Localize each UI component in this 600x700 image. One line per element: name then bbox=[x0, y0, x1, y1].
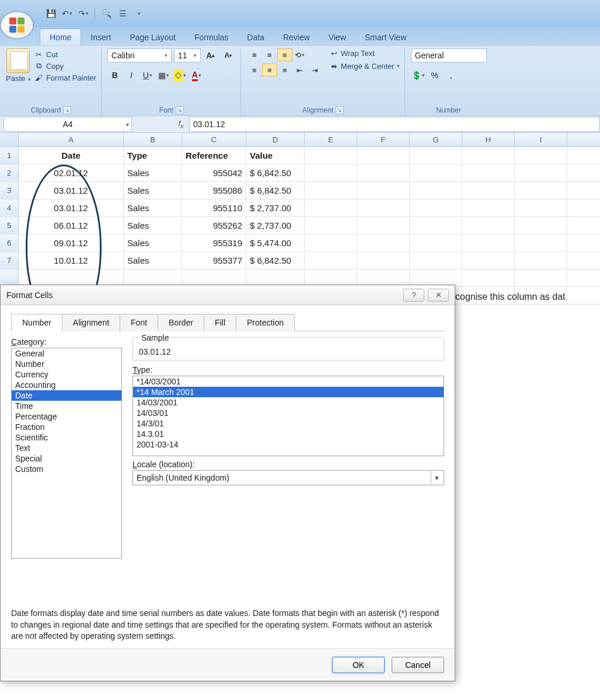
grow-font-icon[interactable]: A▴ bbox=[203, 48, 218, 62]
list-item[interactable]: Accounting bbox=[12, 380, 121, 390]
number-format-combo[interactable]: General bbox=[411, 48, 487, 62]
col-G[interactable]: G bbox=[410, 133, 462, 146]
list-item[interactable]: Currency bbox=[12, 369, 121, 380]
list-item[interactable]: Time bbox=[12, 401, 121, 411]
chevron-down-icon[interactable]: ▼ bbox=[431, 471, 442, 484]
font-color-button[interactable]: A▾ bbox=[189, 68, 204, 82]
tab-page-layout[interactable]: Page Layout bbox=[120, 29, 185, 46]
underline-button[interactable]: U▾ bbox=[140, 68, 155, 82]
help-button[interactable]: ? bbox=[403, 289, 424, 302]
list-item[interactable]: 14/3/01 bbox=[133, 418, 444, 429]
print-preview-icon[interactable]: 🔍 bbox=[100, 7, 113, 20]
percent-icon[interactable]: % bbox=[427, 68, 442, 82]
list-item[interactable]: Number bbox=[12, 359, 121, 369]
list-item[interactable]: 14.3.01 bbox=[133, 429, 444, 439]
clipboard-launcher-icon[interactable]: ↘ bbox=[63, 106, 71, 114]
close-button[interactable]: ✕ bbox=[428, 289, 449, 302]
dialog-tab-alignment[interactable]: Alignment bbox=[62, 314, 120, 331]
formula-input[interactable]: 03.01.12 bbox=[189, 117, 600, 132]
format-painter-button[interactable]: 🖌Format Painter bbox=[34, 72, 96, 83]
row-header[interactable]: 4 bbox=[0, 200, 19, 216]
cancel-button[interactable]: Cancel bbox=[392, 657, 444, 673]
font-name-combo[interactable]: Calibri▾ bbox=[107, 48, 172, 62]
align-center-icon[interactable]: ≡ bbox=[262, 64, 277, 76]
border-button[interactable]: ▦▾ bbox=[156, 68, 172, 82]
list-item[interactable]: Custom bbox=[12, 464, 121, 474]
merge-center-button[interactable]: ⬌Merge & Center ▾ bbox=[330, 61, 400, 71]
save-icon[interactable]: 💾 bbox=[44, 7, 57, 20]
cut-button[interactable]: ✂Cut bbox=[34, 48, 96, 60]
list-item[interactable]: Percentage bbox=[12, 411, 121, 422]
alignment-launcher-icon[interactable]: ↘ bbox=[336, 106, 344, 114]
tab-review[interactable]: Review bbox=[274, 29, 319, 46]
tab-formulas[interactable]: Formulas bbox=[185, 29, 238, 46]
align-bottom-icon[interactable]: ≡ bbox=[277, 48, 292, 61]
col-D[interactable]: D bbox=[246, 133, 305, 146]
copy-button[interactable]: ⧉Copy bbox=[34, 60, 96, 72]
row-header[interactable]: 6 bbox=[0, 235, 19, 251]
comma-icon[interactable]: , bbox=[444, 68, 459, 82]
tab-data[interactable]: Data bbox=[238, 29, 274, 46]
cell[interactable]: Type bbox=[124, 147, 182, 164]
tab-smart-view[interactable]: Smart View bbox=[355, 29, 416, 46]
list-item[interactable]: Scientific bbox=[12, 432, 121, 443]
row-header[interactable]: 3 bbox=[0, 182, 19, 199]
col-A[interactable]: A bbox=[19, 133, 124, 146]
list-item[interactable]: Text bbox=[12, 443, 121, 453]
list-item[interactable]: Special bbox=[12, 453, 121, 464]
list-item[interactable]: 2001-03-14 bbox=[133, 439, 444, 450]
dialog-titlebar[interactable]: Format Cells ? ✕ bbox=[1, 285, 455, 305]
wrap-text-button[interactable]: ↩Wrap Text bbox=[330, 48, 400, 58]
list-item[interactable]: *14 March 2001 bbox=[133, 387, 444, 397]
dialog-tab-number[interactable]: Number bbox=[11, 314, 62, 331]
list-item[interactable]: 14/03/01 bbox=[133, 408, 444, 418]
cell[interactable]: Value bbox=[246, 147, 305, 164]
align-top-icon[interactable]: ≡ bbox=[247, 48, 262, 61]
dialog-tab-fill[interactable]: Fill bbox=[204, 314, 236, 331]
type-listbox[interactable]: *14/03/2001 *14 March 2001 14/03/2001 14… bbox=[132, 376, 444, 456]
col-B[interactable]: B bbox=[124, 133, 182, 146]
tab-view[interactable]: View bbox=[319, 29, 355, 46]
paste-button[interactable]: Paste ▾ bbox=[6, 74, 31, 83]
select-all-corner[interactable] bbox=[0, 133, 19, 146]
italic-button[interactable]: I bbox=[124, 68, 139, 82]
col-C[interactable]: C bbox=[182, 133, 246, 146]
fill-color-button[interactable]: ◇▾ bbox=[173, 68, 188, 82]
col-F[interactable]: F bbox=[357, 133, 410, 146]
align-middle-icon[interactable]: ≡ bbox=[262, 48, 277, 61]
dialog-tab-protection[interactable]: Protection bbox=[236, 314, 295, 331]
col-I[interactable]: I bbox=[515, 133, 567, 146]
paste-icon[interactable] bbox=[6, 48, 30, 73]
align-right-icon[interactable]: ≡ bbox=[277, 64, 292, 76]
category-listbox[interactable]: General Number Currency Accounting Date … bbox=[11, 348, 122, 559]
office-button[interactable] bbox=[1, 12, 33, 38]
dialog-tab-border[interactable]: Border bbox=[158, 314, 204, 331]
decrease-indent-icon[interactable]: ⇤ bbox=[292, 64, 308, 76]
fx-icon[interactable]: fx bbox=[173, 119, 189, 130]
cell[interactable]: Reference bbox=[182, 147, 246, 164]
cell[interactable]: Date bbox=[19, 147, 124, 164]
font-launcher-icon[interactable]: ↘ bbox=[176, 106, 184, 114]
orientation-icon[interactable]: ⟲▾ bbox=[292, 48, 308, 61]
name-box[interactable]: A4▾ bbox=[4, 117, 132, 132]
undo-icon[interactable]: ↶▾ bbox=[61, 7, 74, 20]
shrink-font-icon[interactable]: A▾ bbox=[221, 48, 236, 62]
dialog-tab-font[interactable]: Font bbox=[120, 314, 158, 331]
font-size-combo[interactable]: 11▾ bbox=[174, 48, 201, 62]
increase-indent-icon[interactable]: ⇥ bbox=[308, 64, 323, 76]
list-item[interactable]: Fraction bbox=[12, 422, 121, 432]
ok-button[interactable]: OK bbox=[332, 657, 385, 673]
locale-combo[interactable]: English (United Kingdom) ▼ bbox=[132, 470, 444, 485]
row-header[interactable]: 1 bbox=[0, 147, 19, 164]
redo-icon[interactable]: ↷▾ bbox=[77, 7, 90, 20]
row-header[interactable]: 5 bbox=[0, 217, 19, 234]
align-icon[interactable]: ☰ bbox=[116, 7, 129, 20]
row-header[interactable]: 7 bbox=[0, 252, 19, 269]
list-item[interactable]: *14/03/2001 bbox=[133, 376, 444, 387]
tab-home[interactable]: Home bbox=[40, 29, 81, 46]
qat-customize-icon[interactable]: ▾ bbox=[132, 7, 145, 20]
list-item[interactable]: General bbox=[12, 348, 121, 359]
row-header[interactable]: 2 bbox=[0, 164, 19, 181]
align-left-icon[interactable]: ≡ bbox=[247, 64, 262, 76]
col-E[interactable]: E bbox=[305, 133, 357, 146]
